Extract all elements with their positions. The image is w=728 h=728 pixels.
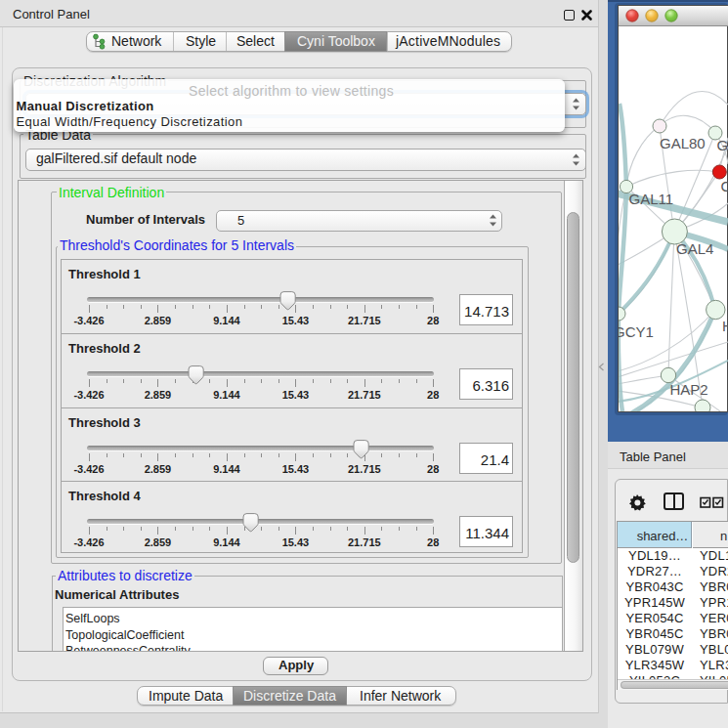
svg-text:HAP2: HAP2	[670, 381, 708, 398]
svg-text:GAL80: GAL80	[660, 135, 706, 151]
svg-text:HA: HA	[722, 318, 728, 334]
svg-text:CY: CY	[721, 178, 728, 194]
svg-text:GAL4: GAL4	[676, 240, 713, 257]
svg-text:GAL11: GAL11	[629, 191, 674, 207]
svg-text:GAL1: GAL1	[717, 137, 728, 153]
svg-text:GCY1: GCY1	[619, 323, 654, 340]
